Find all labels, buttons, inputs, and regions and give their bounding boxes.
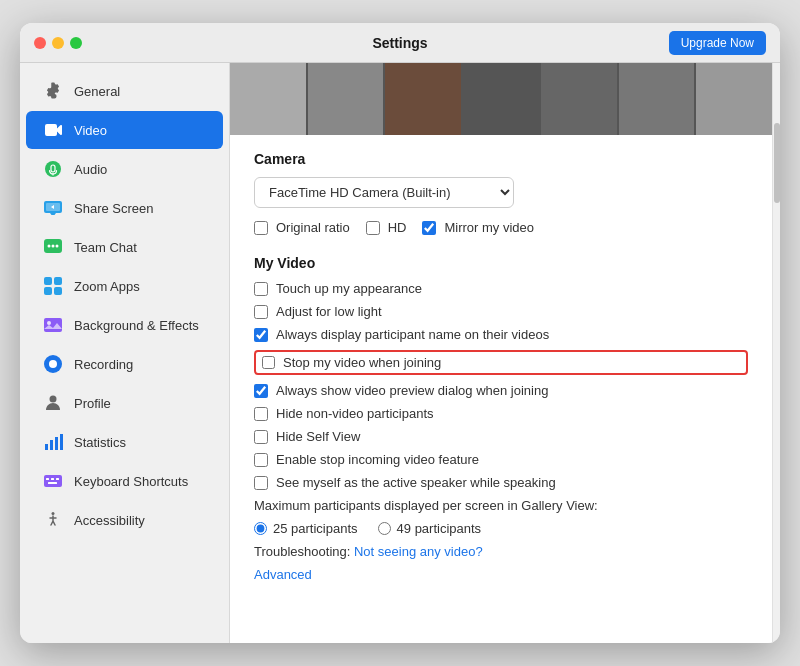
- window-body: General Video Audio Share Screen: [20, 63, 780, 643]
- sidebar-item-audio[interactable]: Audio: [26, 150, 223, 188]
- radio-49-option: 49 participants: [378, 521, 482, 536]
- sidebar-item-background-effects[interactable]: Background & Effects: [26, 306, 223, 344]
- sidebar-item-general[interactable]: General: [26, 72, 223, 110]
- preview-block-5: [541, 63, 617, 135]
- svg-rect-17: [45, 444, 48, 450]
- touch-up-checkbox[interactable]: [254, 282, 268, 296]
- sidebar-label-team-chat: Team Chat: [74, 240, 137, 255]
- sidebar-label-recording: Recording: [74, 357, 133, 372]
- traffic-lights: [34, 37, 82, 49]
- svg-rect-21: [44, 475, 62, 487]
- radio-49[interactable]: [378, 522, 391, 535]
- svg-rect-10: [44, 287, 52, 295]
- camera-select[interactable]: FaceTime HD Camera (Built-in): [254, 177, 514, 208]
- sidebar-label-accessibility: Accessibility: [74, 513, 145, 528]
- sidebar-label-zoom-apps: Zoom Apps: [74, 279, 140, 294]
- profile-icon: [42, 392, 64, 414]
- preview-block-6: [619, 63, 695, 135]
- preview-block-7: [696, 63, 772, 135]
- minimize-button[interactable]: [52, 37, 64, 49]
- titlebar: Settings Upgrade Now: [20, 23, 780, 63]
- mirror-row: Mirror my video: [422, 220, 534, 235]
- sidebar-item-keyboard-shortcuts[interactable]: Keyboard Shortcuts: [26, 462, 223, 500]
- hide-non-video-row: Hide non-video participants: [254, 406, 748, 421]
- sidebar-item-profile[interactable]: Profile: [26, 384, 223, 422]
- sidebar-label-general: General: [74, 84, 120, 99]
- always-display-name-checkbox[interactable]: [254, 328, 268, 342]
- see-myself-label: See myself as the active speaker while s…: [276, 475, 556, 490]
- preview-block-4: [463, 63, 539, 135]
- svg-point-15: [49, 360, 57, 368]
- svg-rect-24: [56, 478, 59, 480]
- hide-non-video-checkbox[interactable]: [254, 407, 268, 421]
- not-seeing-video-link[interactable]: Not seeing any video?: [354, 544, 483, 559]
- svg-rect-23: [51, 478, 54, 480]
- sidebar-label-statistics: Statistics: [74, 435, 126, 450]
- adjust-low-light-label: Adjust for low light: [276, 304, 382, 319]
- always-show-preview-checkbox[interactable]: [254, 384, 268, 398]
- scrollbar[interactable]: [772, 63, 780, 643]
- sidebar-item-video[interactable]: Video: [26, 111, 223, 149]
- mirror-checkbox[interactable]: [422, 221, 436, 235]
- svg-rect-22: [46, 478, 49, 480]
- see-myself-checkbox[interactable]: [254, 476, 268, 490]
- hd-row: HD: [366, 220, 407, 235]
- see-myself-row: See myself as the active speaker while s…: [254, 475, 748, 490]
- background-effects-icon: [42, 314, 64, 336]
- original-ratio-checkbox[interactable]: [254, 221, 268, 235]
- svg-point-7: [56, 245, 59, 248]
- preview-block-2: [308, 63, 384, 135]
- sidebar-item-zoom-apps[interactable]: Zoom Apps: [26, 267, 223, 305]
- sidebar-item-accessibility[interactable]: Accessibility: [26, 501, 223, 539]
- sidebar-item-share-screen[interactable]: Share Screen: [26, 189, 223, 227]
- sidebar-label-keyboard-shortcuts: Keyboard Shortcuts: [74, 474, 188, 489]
- stop-video-joining-checkbox[interactable]: [262, 356, 275, 369]
- sidebar-item-recording[interactable]: Recording: [26, 345, 223, 383]
- hide-self-view-label: Hide Self View: [276, 429, 360, 444]
- video-preview-strip: [230, 63, 772, 135]
- statistics-icon: [42, 431, 64, 453]
- keyboard-shortcuts-icon: [42, 470, 64, 492]
- upgrade-now-button[interactable]: Upgrade Now: [669, 31, 766, 55]
- advanced-link[interactable]: Advanced: [254, 567, 312, 582]
- my-video-section-title: My Video: [254, 255, 748, 271]
- touch-up-row: Touch up my appearance: [254, 281, 748, 296]
- camera-dropdown-row: FaceTime HD Camera (Built-in): [254, 177, 748, 208]
- enable-stop-incoming-row: Enable stop incoming video feature: [254, 452, 748, 467]
- hd-label: HD: [388, 220, 407, 235]
- enable-stop-incoming-checkbox[interactable]: [254, 453, 268, 467]
- gallery-view-label: Maximum participants displayed per scree…: [254, 498, 598, 513]
- troubleshooting-row: Troubleshooting: Not seeing any video?: [254, 544, 748, 559]
- sidebar-item-team-chat[interactable]: Team Chat: [26, 228, 223, 266]
- video-icon: [42, 119, 64, 141]
- gallery-view-radio-row: 25 participants 49 participants: [254, 521, 748, 536]
- sidebar-item-statistics[interactable]: Statistics: [26, 423, 223, 461]
- svg-rect-19: [55, 437, 58, 450]
- radio-25[interactable]: [254, 522, 267, 535]
- svg-point-5: [48, 245, 51, 248]
- touch-up-label: Touch up my appearance: [276, 281, 422, 296]
- scrollbar-thumb[interactable]: [774, 123, 780, 203]
- svg-point-6: [52, 245, 55, 248]
- camera-options-row: Original ratio HD Mirror my video: [254, 220, 748, 243]
- team-chat-icon: [42, 236, 64, 258]
- hide-self-view-checkbox[interactable]: [254, 430, 268, 444]
- troubleshooting-label: Troubleshooting:: [254, 544, 350, 559]
- close-button[interactable]: [34, 37, 46, 49]
- adjust-low-light-checkbox[interactable]: [254, 305, 268, 319]
- hide-non-video-label: Hide non-video participants: [276, 406, 434, 421]
- window-title: Settings: [372, 35, 427, 51]
- original-ratio-label: Original ratio: [276, 220, 350, 235]
- gear-icon: [42, 80, 64, 102]
- preview-block-1: [230, 63, 306, 135]
- sidebar: General Video Audio Share Screen: [20, 63, 230, 643]
- svg-rect-9: [54, 277, 62, 285]
- hd-checkbox[interactable]: [366, 221, 380, 235]
- sidebar-label-profile: Profile: [74, 396, 111, 411]
- settings-window: Settings Upgrade Now General Video: [20, 23, 780, 643]
- radio-49-label: 49 participants: [397, 521, 482, 536]
- maximize-button[interactable]: [70, 37, 82, 49]
- camera-section-title: Camera: [254, 151, 748, 167]
- sidebar-label-background-effects: Background & Effects: [74, 318, 199, 333]
- enable-stop-incoming-label: Enable stop incoming video feature: [276, 452, 479, 467]
